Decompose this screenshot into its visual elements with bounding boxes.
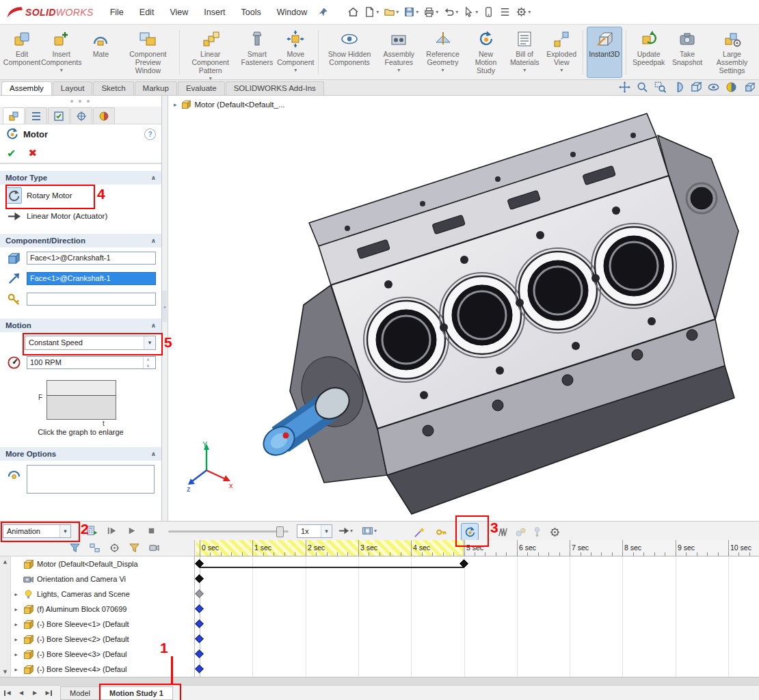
next-tab-button[interactable]: ▶ xyxy=(29,688,41,699)
print-button[interactable]: ▾ xyxy=(422,5,440,19)
tree-row-orientation[interactable]: Orientation and Camera Vi xyxy=(11,571,194,587)
menu-view[interactable]: View xyxy=(170,8,188,17)
slider-thumb[interactable] xyxy=(276,526,284,537)
pm-tab-configurationmanager[interactable] xyxy=(48,107,70,124)
splitter-collapse-handle[interactable]: ◂ xyxy=(162,291,167,322)
timeline-tree-scrollbar[interactable]: ▲ ▼ xyxy=(0,556,11,677)
take-snapshot-button[interactable]: Take Snapshot xyxy=(669,27,705,78)
tree-row-lights[interactable]: ▸ Lights, Cameras and Scene xyxy=(11,587,194,602)
menu-tools[interactable]: Tools xyxy=(241,8,261,17)
timeline-slider[interactable] xyxy=(168,524,289,538)
exploded-view-button[interactable]: Exploded View xyxy=(544,27,579,78)
select-button[interactable]: ▾ xyxy=(462,5,479,19)
insert-components-button[interactable]: Insert Components xyxy=(41,27,81,78)
keyframe-diamond[interactable] xyxy=(195,589,204,598)
speed-spinner[interactable]: ∧∨ xyxy=(143,356,152,369)
tab-assembly[interactable]: Assembly xyxy=(1,81,52,95)
playback-mode-button[interactable]: ▾ xyxy=(334,522,356,540)
expand-arrow-icon[interactable]: ▸ xyxy=(12,591,20,597)
menu-window[interactable]: Window xyxy=(277,8,307,17)
expand-arrow-icon[interactable]: ▸ xyxy=(12,606,20,612)
timeline-ruler[interactable]: 0 sec 1 sec 2 sec 3 sec 4 sec 5 sec 6 se… xyxy=(195,540,759,556)
component-preview-window-button[interactable]: Component Preview Window xyxy=(120,27,176,78)
cancel-button[interactable]: ✖ xyxy=(28,147,37,159)
load-bearing-faces-field[interactable] xyxy=(27,465,155,494)
new-document-button[interactable]: ▾ xyxy=(362,5,380,19)
scroll-up-icon[interactable]: ▲ xyxy=(0,556,10,567)
expand-arrow-icon[interactable]: ▸ xyxy=(12,667,20,673)
update-speedpak-button[interactable]: Update Speedpak xyxy=(629,27,668,78)
instant3d-button[interactable]: Instant3D xyxy=(587,27,622,78)
expand-arrow-icon[interactable]: ▸ xyxy=(174,101,177,108)
view-orientation-icon[interactable] xyxy=(743,81,755,95)
gravity-button[interactable] xyxy=(528,523,546,541)
keyframe-diamond[interactable] xyxy=(195,619,204,628)
keyframe-diamond[interactable] xyxy=(195,664,204,673)
menu-insert[interactable]: Insert xyxy=(204,8,225,17)
reference-geometry-button[interactable]: Reference Geometry xyxy=(421,27,464,78)
pm-tab-displaymanager[interactable] xyxy=(93,107,115,124)
menu-file[interactable]: File xyxy=(110,8,124,17)
timeline-pane[interactable]: 0 sec 1 sec 2 sec 3 sec 4 sec 5 sec 6 se… xyxy=(195,540,759,677)
smart-fasteners-button[interactable]: Smart Fasteners xyxy=(239,27,275,78)
move-component-button[interactable]: Move Component xyxy=(276,27,315,78)
linear-component-pattern-button[interactable]: Linear Component Pattern xyxy=(183,27,237,78)
pm-tab-propertymanager[interactable] xyxy=(25,107,47,124)
tree-row-bore-sleeve-1[interactable]: ▸ (-) Bore Sleeve<1> (Default xyxy=(11,617,194,632)
expand-arrow-icon[interactable]: ▸ xyxy=(12,621,20,628)
tab-layout[interactable]: Layout xyxy=(53,81,93,95)
motor-direction-field[interactable]: Face<1>@Crankshaft-1 xyxy=(27,272,156,285)
ok-button[interactable]: ✔ xyxy=(7,147,16,160)
new-motion-study-button[interactable]: New Motion Study xyxy=(466,27,505,78)
tab-evaluate[interactable]: Evaluate xyxy=(178,81,225,95)
playback-speed-dropdown[interactable]: 1x ▾ xyxy=(297,524,332,538)
motion-section-header[interactable]: Motion ∧ xyxy=(0,319,161,332)
help-icon[interactable]: ? xyxy=(144,129,156,140)
spring-button[interactable] xyxy=(494,523,511,541)
undo-button[interactable]: ▾ xyxy=(442,5,460,19)
save-button[interactable]: ▾ xyxy=(402,5,420,19)
filter-selected-button[interactable] xyxy=(107,541,122,556)
pan-icon[interactable] xyxy=(619,81,630,95)
assembly-features-button[interactable]: Assembly Features xyxy=(378,27,419,78)
motor-location-field[interactable]: Face<1>@Crankshaft-1 xyxy=(27,252,156,265)
menu-edit[interactable]: Edit xyxy=(139,8,155,17)
more-options-section-header[interactable]: More Options ∧ xyxy=(0,447,161,461)
edit-component-button[interactable]: Edit Component xyxy=(4,27,40,78)
first-tab-button[interactable]: ◀ xyxy=(1,688,14,699)
properties-button[interactable] xyxy=(498,5,512,19)
graphics-viewport[interactable]: ▸ Motor (Default<Default_... xyxy=(168,96,759,521)
motor-speed-field[interactable]: 100 RPM ∧∨ xyxy=(27,356,156,369)
options-gear-button[interactable]: ▾ xyxy=(514,5,532,19)
tree-row-bore-sleeve-3[interactable]: ▸ (-) Bore Sleeve<3> (Defaul xyxy=(11,647,194,662)
engine-block-model[interactable] xyxy=(168,96,759,521)
keyframe-diamond[interactable] xyxy=(195,574,204,583)
animation-wizard-button[interactable] xyxy=(410,523,428,541)
prev-tab-button[interactable]: ◀ xyxy=(15,688,27,699)
pm-tab-featuremanager[interactable] xyxy=(3,107,25,124)
stop-button[interactable] xyxy=(142,522,160,540)
play-button[interactable] xyxy=(122,522,140,540)
zoom-area-icon[interactable] xyxy=(654,81,666,95)
rotary-motor-option[interactable]: Rotary Motor xyxy=(0,185,161,206)
horizontal-scrollbar[interactable] xyxy=(0,677,759,685)
display-style-icon[interactable] xyxy=(690,81,702,95)
add-key-button[interactable] xyxy=(432,523,450,541)
viewport-feature-tree[interactable]: ▸ Motor (Default<Default_... xyxy=(174,99,285,110)
keyframe-diamond[interactable] xyxy=(195,604,204,613)
show-hidden-components-button[interactable]: Show Hidden Components xyxy=(322,27,377,78)
open-document-button[interactable]: ▾ xyxy=(382,5,400,19)
last-tab-button[interactable]: ▶ xyxy=(42,688,55,699)
model-tab[interactable]: Model xyxy=(60,686,100,700)
motor-type-section-header[interactable]: Motor Type ∧ xyxy=(0,171,161,185)
linear-motor-option[interactable]: Linear Motor (Actuator) xyxy=(0,206,161,226)
expand-arrow-icon[interactable]: ▸ xyxy=(12,651,20,658)
large-assembly-settings-button[interactable]: Large Assembly Settings xyxy=(706,27,758,78)
play-from-start-button[interactable] xyxy=(103,522,120,540)
motor-button[interactable] xyxy=(461,523,479,541)
camera-views-button[interactable] xyxy=(146,541,161,556)
pin-menu-icon[interactable] xyxy=(318,7,328,17)
scroll-down-icon[interactable]: ▼ xyxy=(0,667,10,677)
filter-results-button[interactable] xyxy=(126,541,142,556)
tab-solidworks-addins[interactable]: SOLIDWORKS Add-Ins xyxy=(226,81,324,95)
